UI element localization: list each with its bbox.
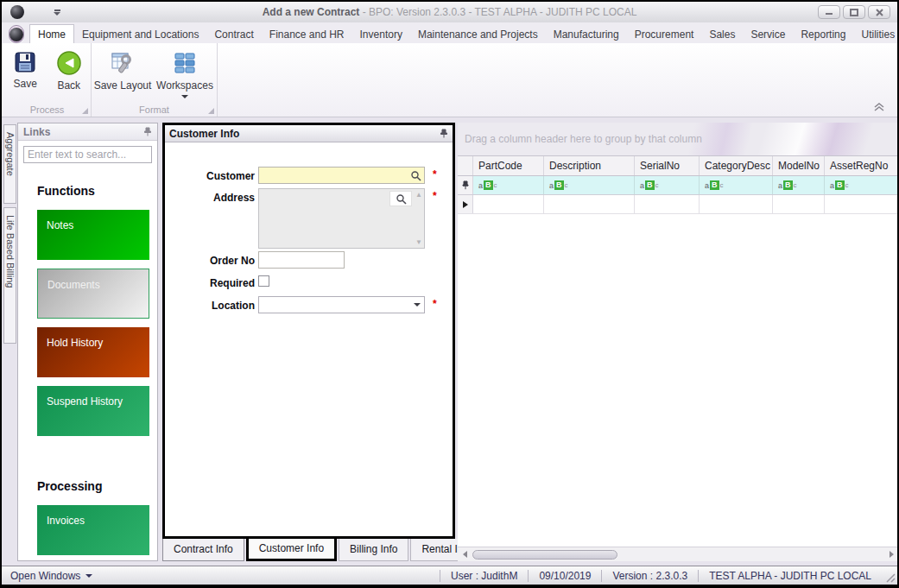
ribbon: Save Back Process [2, 43, 897, 117]
suspend-history-button[interactable]: Suspend History [37, 386, 149, 436]
ribbon-group-format-caption: Format [92, 104, 217, 115]
address-scroll-down-icon[interactable]: ▼ [415, 238, 422, 246]
documents-button[interactable]: Documents [37, 269, 149, 319]
format-group-launcher-icon[interactable] [208, 108, 214, 114]
location-dropdown[interactable] [258, 296, 425, 313]
maximize-button[interactable] [843, 5, 865, 19]
tab-contract-info[interactable]: Contract Info [162, 539, 244, 561]
side-tab-life-based-billing[interactable]: Life Based Billing [3, 207, 16, 344]
back-button-label: Back [57, 79, 80, 92]
side-tab-aggregate[interactable]: Aggregate [3, 124, 16, 204]
grid-horizontal-scrollbar[interactable] [458, 547, 897, 561]
grid-new-row[interactable] [458, 195, 897, 214]
ribbon-tab-utilities[interactable]: Utilities [853, 25, 899, 43]
scroll-right-icon[interactable] [890, 551, 894, 558]
customer-required-marker: * [433, 168, 437, 180]
close-button[interactable] [868, 5, 890, 19]
links-search[interactable] [23, 146, 152, 163]
back-button[interactable]: Back [47, 47, 92, 92]
ribbon-tab-procurement[interactable]: Procurement [627, 25, 702, 43]
save-button[interactable]: Save [3, 47, 47, 90]
parts-grid: Drag a column header here to group by th… [458, 123, 897, 561]
resize-grip-icon[interactable] [885, 572, 896, 583]
quick-access-customize-icon[interactable] [54, 9, 60, 16]
save-layout-button[interactable]: Save Layout [92, 47, 154, 92]
grid-header-row: PartCode Description SerialNo CategoryDe… [458, 155, 897, 176]
filter-cell-categorydesc[interactable]: aBc [700, 176, 773, 194]
column-header-partcode[interactable]: PartCode [473, 156, 544, 175]
address-scroll-up-icon[interactable]: ▲ [415, 191, 422, 199]
ribbon-tab-reporting[interactable]: Reporting [793, 25, 853, 43]
open-windows-button[interactable]: Open Windows [10, 570, 92, 582]
address-lookup-icon[interactable] [389, 191, 412, 206]
links-panel-title: Links [23, 126, 50, 138]
close-icon [876, 9, 883, 16]
links-panel: Links Functions Notes Documents Hold His… [17, 123, 158, 561]
workspaces-button[interactable]: Workspaces [154, 47, 216, 98]
address-field[interactable]: ▲ ▼ [258, 188, 425, 249]
ribbon-tab-manufacturing[interactable]: Manufacturing [546, 25, 627, 43]
location-dropdown-arrow-icon[interactable] [410, 297, 424, 313]
save-icon [13, 50, 37, 74]
tab-customer-info[interactable]: Customer Info [246, 539, 337, 561]
ribbon-tab-maintenance-and-projects[interactable]: Maintenance and Projects [410, 25, 546, 43]
status-environment: TEST ALPHA - JUDITH PC LOCAL [699, 570, 882, 582]
grid-group-panel[interactable]: Drag a column header here to group by th… [458, 123, 897, 155]
column-header-description[interactable]: Description [544, 156, 635, 175]
address-required-marker: * [433, 190, 437, 202]
invoices-button[interactable]: Invoices [37, 505, 149, 555]
links-search-input[interactable] [24, 149, 165, 161]
notes-button[interactable]: Notes [37, 210, 149, 260]
ribbon-tab-finance-and-hr[interactable]: Finance and HR [262, 25, 352, 43]
filter-cell-assetregno[interactable]: aBc [825, 176, 897, 194]
minimize-button[interactable] [818, 5, 840, 19]
filter-row-indicator-icon [458, 176, 473, 194]
ribbon-group-process-caption: Process [3, 104, 91, 115]
process-group-launcher-icon[interactable] [82, 108, 88, 114]
window-title-secondary: - BPO: Version 2.3.0.3 - TEST ALPHA - JU… [359, 6, 636, 18]
open-windows-label: Open Windows [10, 570, 80, 582]
workspaces-icon [172, 50, 198, 76]
ribbon-tab-contract[interactable]: Contract [206, 25, 261, 43]
ribbon-tab-inventory[interactable]: Inventory [352, 25, 410, 43]
order-no-field[interactable] [258, 251, 345, 269]
functions-section-title: Functions [37, 184, 148, 198]
pin-icon[interactable] [440, 129, 448, 138]
column-header-assetregno[interactable]: AssetRegNo [825, 156, 897, 175]
ribbon-tab-service[interactable]: Service [743, 25, 793, 43]
hold-history-button[interactable]: Hold History [37, 327, 149, 377]
scrollbar-thumb[interactable] [472, 550, 617, 560]
ribbon-tab-home[interactable]: Home [29, 24, 74, 43]
application-button[interactable] [9, 25, 24, 43]
customer-lookup-icon[interactable] [410, 170, 421, 181]
collapse-ribbon-icon[interactable] [871, 101, 887, 113]
filter-cell-modelno[interactable]: aBc [773, 176, 825, 194]
scroll-left-icon[interactable] [458, 551, 472, 558]
grid-filter-row: aBc aBc aBc aBc aBc aBc [458, 176, 897, 195]
open-windows-dropdown-icon [85, 574, 92, 578]
titlebar: Add a new Contract - BPO: Version 2.3.0.… [2, 2, 897, 22]
pin-icon[interactable] [143, 127, 152, 136]
location-label: Location [168, 300, 255, 312]
ribbon-tab-sales[interactable]: Sales [701, 25, 743, 43]
customer-info-panel: Customer Info Customer * Address ▲ ▼ [162, 123, 455, 539]
tab-billing-info[interactable]: Billing Info [339, 539, 408, 561]
filter-cell-serialno[interactable]: aBc [635, 176, 700, 194]
filter-cell-description[interactable]: aBc [544, 176, 635, 194]
status-bar: Open Windows User : JudithM 09/10/2019 V… [2, 566, 897, 585]
workspaces-button-label: Workspaces [156, 79, 213, 92]
minimize-icon [825, 9, 833, 16]
location-required-marker: * [433, 298, 437, 310]
grid-group-hint: Drag a column header here to group by th… [465, 133, 702, 145]
application-button-icon [9, 28, 23, 41]
status-date: 09/10/2019 [529, 570, 601, 582]
column-header-categorydesc[interactable]: CategoryDesc [700, 156, 773, 175]
filter-cell-partcode[interactable]: aBc [473, 176, 544, 194]
column-header-serialno[interactable]: SerialNo [635, 156, 700, 175]
client-area: Aggregate Life Based Billing Links Funct… [2, 117, 897, 567]
app-logo-icon [10, 5, 24, 19]
required-checkbox[interactable] [258, 275, 269, 287]
column-header-modelno[interactable]: ModelNo [773, 156, 825, 175]
customer-field[interactable] [258, 167, 425, 184]
ribbon-tab-equipment-and-locations[interactable]: Equipment and Locations [74, 25, 206, 43]
